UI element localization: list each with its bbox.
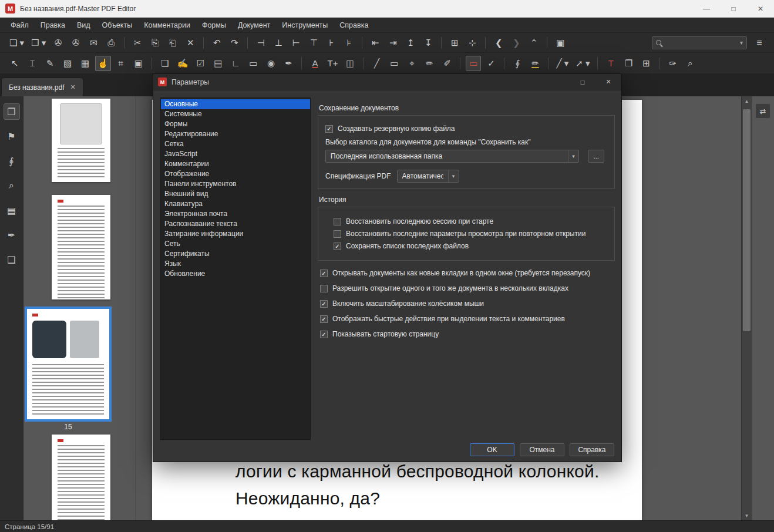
settings-category[interactable]: Системные xyxy=(161,109,310,119)
organize-pages-tool[interactable]: ❐ xyxy=(621,56,636,71)
document-tab[interactable]: Без названия.pdf ✕ xyxy=(1,78,83,96)
settings-category[interactable]: Распознавание текста xyxy=(161,219,310,229)
pdf-specification-dropdown[interactable]: Автоматически ▾ xyxy=(397,170,459,183)
checkbox-row[interactable]: ✓ Открывать документы как новые вкладки … xyxy=(320,269,615,277)
dialog-maximize-button[interactable]: □ xyxy=(570,74,595,90)
toolbar-overflow-button[interactable]: ≡ xyxy=(752,35,767,50)
distribute-top-button[interactable]: ↥ xyxy=(403,35,418,50)
checkbox-row[interactable]: Восстановить последнюю сессию при старте xyxy=(334,217,607,225)
zoom-tool[interactable]: ⌕ xyxy=(682,56,698,71)
edit-document-tool[interactable]: ✎ xyxy=(42,56,58,71)
hand-tool[interactable]: ☝ xyxy=(95,56,111,71)
align-right-button[interactable]: ⊢ xyxy=(288,35,304,50)
settings-category[interactable]: Отображение xyxy=(161,169,310,179)
help-button[interactable]: Справка xyxy=(570,443,614,456)
tile-view-tool[interactable]: ⊞ xyxy=(638,56,654,71)
select-tool[interactable]: ↖ xyxy=(7,56,22,71)
settings-category[interactable]: Основные xyxy=(161,99,310,109)
distribute-right-button[interactable]: ⇥ xyxy=(385,35,401,50)
chevron-down-icon[interactable]: ▾ xyxy=(740,39,743,46)
new-document-button[interactable]: ❏ ▾ xyxy=(7,35,26,50)
settings-category[interactable]: Панели инструментов xyxy=(161,179,310,189)
thumbnails-panel-button[interactable]: ❐ xyxy=(4,103,20,120)
text-field-tool[interactable]: ▭ xyxy=(245,56,261,71)
close-button[interactable]: ✕ xyxy=(747,0,774,17)
checkbox[interactable]: ✓ xyxy=(320,270,328,277)
marker-tool[interactable]: ✐ xyxy=(439,56,455,71)
menu-item[interactable]: Объекты xyxy=(96,19,139,31)
open-button[interactable]: ❒ ▾ xyxy=(29,35,48,50)
settings-category[interactable]: Клавиатура xyxy=(161,199,310,209)
print-button[interactable]: ⎙ xyxy=(103,35,119,50)
search-input[interactable] xyxy=(665,39,736,47)
checkbox[interactable]: ✓ xyxy=(320,315,328,323)
snap-to-grid-button[interactable]: ⊹ xyxy=(465,35,480,50)
signatures-panel-button[interactable]: ✒ xyxy=(4,227,20,243)
vertical-scrollbar[interactable]: ▴ ▾ xyxy=(741,96,752,520)
redact-rectangle-tool[interactable]: ▭ xyxy=(466,56,481,71)
ok-button[interactable]: OK xyxy=(470,443,514,456)
checkbox[interactable]: ✓ xyxy=(320,300,328,308)
settings-category[interactable]: Сетка xyxy=(161,139,310,149)
browse-button[interactable]: ... xyxy=(588,150,604,163)
checkbox-row[interactable]: Восстановить последние параметры просмот… xyxy=(334,230,607,238)
dialog-close-button[interactable]: ✕ xyxy=(595,74,621,90)
save-as-directory-dropdown[interactable]: Последняя использованная папка ▾ xyxy=(325,150,579,163)
menu-item[interactable]: Вид xyxy=(71,19,96,31)
signature-field-tool[interactable]: ✒ xyxy=(281,56,296,71)
checkbox-row[interactable]: ✓ Сохранять список последних файлов xyxy=(334,242,607,250)
align-left-button[interactable]: ⊣ xyxy=(253,35,268,50)
settings-category[interactable]: Сертификаты xyxy=(161,249,310,259)
scroll-down-icon[interactable]: ▾ xyxy=(742,511,752,520)
crop-tool[interactable]: ⌗ xyxy=(113,56,129,71)
delete-button[interactable]: ✕ xyxy=(183,35,198,50)
window-titlebar[interactable]: M Без названия.pdf-Master PDF Editor — □… xyxy=(0,0,774,18)
panel-toggle-icon[interactable]: ⇄ xyxy=(755,103,770,119)
add-image-tool[interactable]: ◫ xyxy=(342,56,358,71)
undo-button[interactable]: ↶ xyxy=(209,35,224,50)
menu-item[interactable]: Комментарии xyxy=(138,19,196,31)
checkbox[interactable] xyxy=(320,285,328,292)
cancel-button[interactable]: Отмена xyxy=(520,443,564,456)
line-tool[interactable]: ╱ xyxy=(369,56,384,71)
align-bottom-button[interactable]: ⊥ xyxy=(271,35,286,50)
menu-item[interactable]: Файл xyxy=(5,19,35,31)
align-top-button[interactable]: ⊤ xyxy=(306,35,321,50)
settings-category[interactable]: JavaScript xyxy=(161,149,310,159)
paste-button[interactable]: ⎗ xyxy=(165,35,180,50)
menu-item[interactable]: Документ xyxy=(232,19,276,31)
highlight-text-tool[interactable]: A xyxy=(307,56,322,71)
add-text-tool[interactable]: T+ xyxy=(325,56,340,71)
search-panel-button[interactable]: ⌕ xyxy=(4,177,20,194)
checkbox-row[interactable]: ✓ Показывать стартовую страницу xyxy=(320,330,615,338)
tab-close-icon[interactable]: ✕ xyxy=(70,83,76,91)
menu-item[interactable]: Формы xyxy=(196,19,232,31)
draw-comment-tool[interactable]: ✍ xyxy=(175,56,191,71)
form-fields-panel-button[interactable]: ▤ xyxy=(4,202,20,218)
page-thumbnail[interactable] xyxy=(52,195,110,299)
sticky-note-tool[interactable]: ❏ xyxy=(157,56,173,71)
minimize-button[interactable]: — xyxy=(693,0,720,17)
checkbox-row[interactable]: ✓ Включить масштабирование колёсиком мыш… xyxy=(320,299,615,308)
cleanup-tool[interactable]: ✑ xyxy=(665,56,680,71)
bookmarks-panel-button[interactable]: ⚑ xyxy=(4,128,20,144)
checkbox[interactable] xyxy=(334,218,341,225)
settings-category[interactable]: Внешний вид xyxy=(161,189,310,199)
redo-button[interactable]: ↷ xyxy=(227,35,242,50)
radio-field-tool[interactable]: ◉ xyxy=(263,56,278,71)
settings-category[interactable]: Затирание информации xyxy=(161,229,310,239)
chevron-down-icon[interactable]: ▾ xyxy=(448,170,459,182)
next-view-button[interactable]: ❯ xyxy=(509,35,524,50)
maximize-button[interactable]: □ xyxy=(720,0,747,17)
crosshair-tool[interactable]: ⌖ xyxy=(404,56,419,71)
page-up-button[interactable]: ⌃ xyxy=(526,35,541,50)
rectangle-tool[interactable]: ▭ xyxy=(386,56,402,71)
settings-category[interactable]: Редактирование xyxy=(161,129,310,139)
distribute-left-button[interactable]: ⇤ xyxy=(368,35,383,50)
previous-view-button[interactable]: ❮ xyxy=(491,35,506,50)
menu-item[interactable]: Правка xyxy=(35,19,71,31)
align-center-h-button[interactable]: ⊧ xyxy=(341,35,356,50)
settings-category[interactable]: Сеть xyxy=(161,239,310,249)
scrollbar-track[interactable] xyxy=(742,106,752,511)
chevron-down-icon[interactable]: ▾ xyxy=(568,150,578,162)
